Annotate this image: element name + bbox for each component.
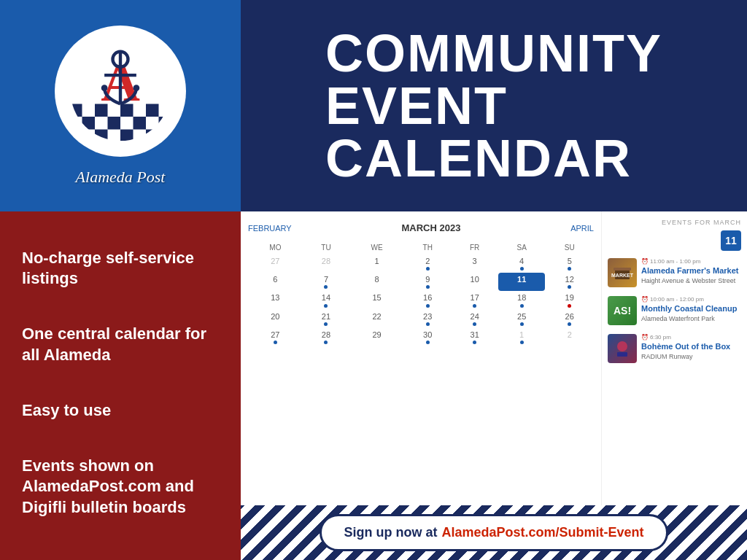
cal-day[interactable]: 1	[349, 254, 404, 273]
date-badge: 11	[721, 230, 741, 251]
svg-rect-13	[120, 129, 133, 142]
svg-rect-7	[82, 117, 96, 130]
event-info-2: ⏰10:00 am - 12:00 pm Monthly Coastal Cle…	[641, 296, 741, 322]
cal-day[interactable]: 2	[545, 328, 594, 346]
cal-day[interactable]: 24	[451, 310, 498, 328]
title-line3: CALENDAR	[325, 132, 662, 184]
cal-day[interactable]: 20	[248, 310, 303, 328]
cal-day[interactable]: 14	[303, 291, 349, 309]
cal-day[interactable]: 27	[248, 254, 303, 273]
svg-rect-22	[614, 268, 631, 271]
cal-day[interactable]: 2	[404, 254, 451, 273]
features-section: No-charge self-service listings One cent…	[0, 211, 241, 560]
svg-point-25	[617, 341, 627, 351]
cal-day[interactable]: 21	[303, 310, 349, 328]
svg-rect-8	[108, 117, 121, 130]
next-month[interactable]: APRIL	[570, 224, 594, 233]
cal-day[interactable]: 18	[498, 291, 545, 309]
logo-circle: A	[55, 26, 186, 157]
svg-rect-26	[617, 352, 627, 357]
event-name-2[interactable]: Monthly Coastal Cleanup	[641, 304, 741, 314]
feature-item-3: Easy to use	[22, 400, 219, 421]
svg-rect-12	[95, 129, 108, 142]
cal-day[interactable]: 17	[451, 291, 498, 309]
svg-point-20	[133, 85, 140, 91]
event-time-3: ⏰6:30 pm	[641, 334, 741, 341]
event-info-3: ⏰6:30 pm Bohème Out of the Box RADIUM Ru…	[641, 334, 741, 360]
calendar-grid: MO TU WE TH FR SA SU 27 28	[248, 241, 594, 346]
cal-day[interactable]: 25	[498, 310, 545, 328]
cal-day[interactable]: 9	[404, 273, 451, 291]
prev-month[interactable]: FEBRUARY	[248, 224, 292, 233]
cal-day[interactable]: 1	[498, 328, 545, 346]
col-th: TH	[404, 241, 451, 254]
logo-section: A Alameda Post	[0, 0, 241, 211]
table-row: 6 7 8 9 10 11 12	[248, 273, 594, 291]
event-thumb-2: AS!	[608, 296, 637, 325]
cal-day[interactable]: 23	[404, 310, 451, 328]
svg-rect-14	[146, 129, 159, 142]
col-tu: TU	[303, 241, 349, 254]
event-location-3: RADIUM Runway	[641, 353, 741, 360]
cal-day[interactable]: 29	[349, 328, 404, 346]
calendar-section: FEBRUARY MARCH 2023 APRIL MO TU WE TH FR…	[241, 211, 747, 560]
event-info-1: ⏰11:00 am - 1:00 pm Alameda Farmer's Mar…	[641, 258, 741, 284]
page-layout: A Alameda Post COMMUNITY EVENT CALENDAR	[0, 0, 747, 560]
event-time-2: ⏰10:00 am - 12:00 pm	[641, 296, 741, 303]
cal-day[interactable]: 10	[451, 273, 498, 291]
calendar-events-row: FEBRUARY MARCH 2023 APRIL MO TU WE TH FR…	[241, 211, 747, 505]
logo-svg: A	[69, 40, 171, 142]
cal-day[interactable]: 31	[451, 328, 498, 346]
cal-day[interactable]: 19	[545, 291, 594, 309]
svg-text:AS!: AS!	[614, 305, 631, 316]
svg-rect-11	[69, 129, 82, 142]
cal-day[interactable]: 7	[303, 273, 349, 291]
cal-day[interactable]: 12	[545, 273, 594, 291]
col-su: SU	[545, 241, 594, 254]
feature-list: No-charge self-service listings One cent…	[22, 233, 219, 538]
cal-day-selected[interactable]: 11	[498, 273, 545, 291]
svg-text:MARKET: MARKET	[611, 273, 633, 278]
table-row: 13 14 15 16 17 18 19	[248, 291, 594, 309]
cal-day[interactable]: 3	[451, 254, 498, 273]
cal-day[interactable]: 27	[248, 328, 303, 346]
col-we: WE	[349, 241, 404, 254]
logo-text: Alameda Post	[76, 168, 166, 187]
col-mo: MO	[248, 241, 303, 254]
table-row: 27 28 29 30 31 1 2	[248, 328, 594, 346]
event-card-3: ⏰6:30 pm Bohème Out of the Box RADIUM Ru…	[608, 334, 741, 363]
events-for-label: EVENTS FOR MARCH	[608, 219, 741, 226]
svg-rect-10	[159, 117, 172, 130]
signup-link[interactable]: AlamedaPost.com/Submit-Event	[441, 525, 643, 540]
event-location-2: Alameda Waterfront Park	[641, 315, 741, 322]
boheme-icon	[611, 338, 633, 359]
svg-rect-6	[146, 104, 159, 117]
cal-day[interactable]: 15	[349, 291, 404, 309]
cal-day[interactable]: 8	[349, 273, 404, 291]
col-sa: SA	[498, 241, 545, 254]
cleanup-icon: AS!	[611, 300, 633, 322]
cal-day[interactable]: 26	[545, 310, 594, 328]
cal-day[interactable]: 28	[303, 328, 349, 346]
cal-day[interactable]: 28	[303, 254, 349, 273]
event-name-3[interactable]: Bohème Out of the Box	[641, 342, 741, 351]
event-thumb-3	[608, 334, 637, 363]
cal-day[interactable]: 4	[498, 254, 545, 273]
signup-box[interactable]: Sign up now at AlamedaPost.com/Submit-Ev…	[320, 514, 667, 551]
svg-rect-9	[133, 117, 147, 130]
events-panel: EVENTS FOR MARCH 11 MARKET ⏰11:00 am - 1…	[601, 211, 747, 505]
title-line2: EVENT	[325, 79, 662, 132]
event-name-1[interactable]: Alameda Farmer's Market	[641, 266, 741, 276]
cal-day[interactable]: 13	[248, 291, 303, 309]
col-fr: FR	[451, 241, 498, 254]
svg-rect-3	[69, 104, 82, 117]
table-row: 27 28 1 2 3 4 5	[248, 254, 594, 273]
cal-day[interactable]: 5	[545, 254, 594, 273]
svg-point-19	[101, 85, 108, 91]
cal-day[interactable]: 22	[349, 310, 404, 328]
current-month: MARCH 2023	[401, 222, 460, 233]
cal-day[interactable]: 16	[404, 291, 451, 309]
cal-day[interactable]: 30	[404, 328, 451, 346]
cal-day[interactable]: 6	[248, 273, 303, 291]
market-icon: MARKET	[611, 262, 633, 284]
